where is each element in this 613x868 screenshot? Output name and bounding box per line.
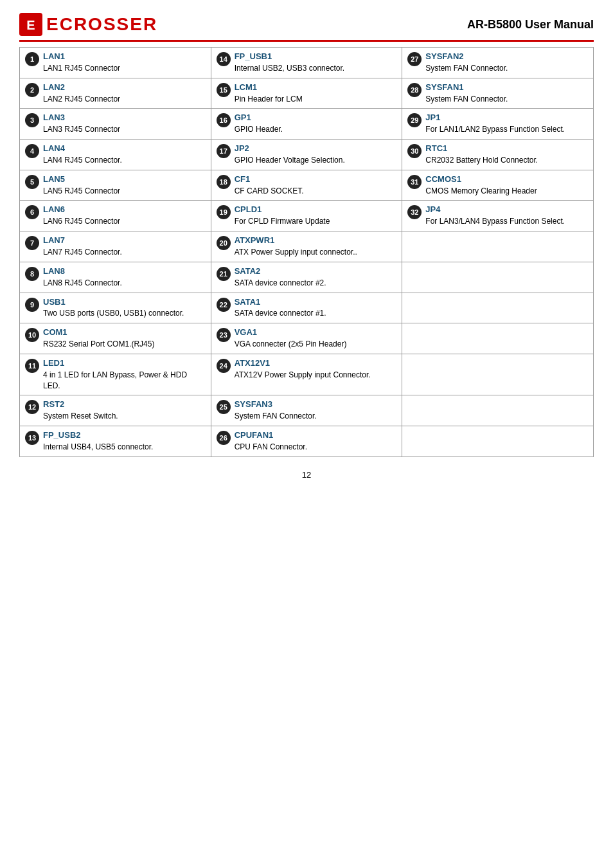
item-content: SYSFAN3 System FAN Connector. <box>235 399 397 422</box>
item-badge: 11 <box>25 359 39 373</box>
item-content: JP4 For LAN3/LAN4 Bypass Function Select… <box>425 204 588 227</box>
list-item: 12 RST2 System Reset Switch. <box>25 399 206 422</box>
table-cell: 26 CPUFAN1 CPU FAN Connector. <box>211 426 402 457</box>
table-cell: 19 CPLD1 For CPLD Firmware Update <box>211 201 402 231</box>
item-badge: 28 <box>407 83 422 97</box>
list-item: 32 JP4 For LAN3/LAN4 Bypass Function Sel… <box>407 204 588 227</box>
table-cell: 15 LCM1 Pin Header for LCM <box>211 78 402 109</box>
item-title: CF1 <box>235 174 397 185</box>
item-desc: LAN2 RJ45 Connector <box>43 94 206 105</box>
item-content: LAN1 LAN1 RJ45 Connector <box>43 51 206 74</box>
item-badge: 16 <box>217 113 231 127</box>
page-header: E ECROSSER AR-B5800 User Manual <box>19 13 594 42</box>
item-content: LAN6 LAN6 RJ45 Connector <box>43 204 206 227</box>
table-cell: 12 RST2 System Reset Switch. <box>20 395 211 426</box>
list-item: 24 ATX12V1 ATX12V Power Supply input Con… <box>217 358 397 381</box>
item-desc: Pin Header for LCM <box>235 94 397 105</box>
item-badge: 15 <box>217 83 231 97</box>
table-cell: 20 ATXPWR1 ATX Power Supply input connec… <box>211 231 402 262</box>
item-title: JP2 <box>235 143 397 154</box>
item-content: LCM1 Pin Header for LCM <box>235 82 397 105</box>
item-desc: System Reset Switch. <box>43 411 206 422</box>
table-cell: 4 LAN4 LAN4 RJ45 Connector. <box>20 140 211 170</box>
item-desc: ATX12V Power Supply input Connector. <box>235 370 397 381</box>
table-cell: 28 SYSFAN1 System FAN Connector. <box>402 78 594 109</box>
item-content: RST2 System Reset Switch. <box>43 399 206 422</box>
item-badge: 23 <box>217 328 231 342</box>
item-desc: LAN7 RJ45 Connector. <box>43 247 206 258</box>
table-cell <box>402 395 594 426</box>
item-title: CPLD1 <box>235 204 397 215</box>
svg-text:E: E <box>26 18 35 32</box>
list-item: 4 LAN4 LAN4 RJ45 Connector. <box>25 143 206 166</box>
item-title: CCMOS1 <box>425 174 588 185</box>
item-desc: CR2032 Battery Hold Connector. <box>425 155 588 166</box>
connector-table: 1 LAN1 LAN1 RJ45 Connector 14 FP_USB1 In… <box>19 47 594 457</box>
page-number: 12 <box>302 470 311 480</box>
list-item: 23 VGA1 VGA connecter (2x5 Pin Header) <box>217 327 397 350</box>
item-desc: Internal USB4, USB5 connector. <box>43 442 206 453</box>
item-title: ATX12V1 <box>235 358 397 369</box>
item-desc: System FAN Connector. <box>235 411 397 422</box>
item-content: RTC1 CR2032 Battery Hold Connector. <box>425 143 588 166</box>
item-badge: 6 <box>25 205 39 219</box>
item-title: LAN4 <box>43 143 206 154</box>
item-content: LAN4 LAN4 RJ45 Connector. <box>43 143 206 166</box>
logo: E ECROSSER <box>19 13 157 36</box>
item-badge: 24 <box>217 359 231 373</box>
item-content: LED1 4 in 1 LED for LAN Bypass, Power & … <box>43 358 206 391</box>
item-badge: 2 <box>25 83 39 97</box>
item-desc: For LAN1/LAN2 Bypass Function Select. <box>425 124 588 135</box>
list-item: 5 LAN5 LAN5 RJ45 Connector <box>25 174 206 197</box>
item-title: COM1 <box>43 327 206 338</box>
table-cell: 22 SATA1 SATA device connector #1. <box>211 293 402 323</box>
item-content: CF1 CF CARD SOCKET. <box>235 174 397 197</box>
item-title: SYSFAN1 <box>425 82 588 93</box>
list-item: 25 SYSFAN3 System FAN Connector. <box>217 399 397 422</box>
manual-title: AR-B5800 User Manual <box>467 18 594 32</box>
table-cell: 23 VGA1 VGA connecter (2x5 Pin Header) <box>211 323 402 354</box>
item-title: LAN6 <box>43 204 206 215</box>
item-title: LAN5 <box>43 174 206 185</box>
item-content: VGA1 VGA connecter (2x5 Pin Header) <box>235 327 397 350</box>
item-content: GP1 GPIO Header. <box>235 113 397 135</box>
item-title: LED1 <box>43 358 206 369</box>
item-title: RTC1 <box>425 143 588 154</box>
list-item: 29 JP1 For LAN1/LAN2 Bypass Function Sel… <box>407 113 588 135</box>
item-desc: LAN3 RJ45 Connector <box>43 124 206 135</box>
list-item: 15 LCM1 Pin Header for LCM <box>217 82 397 105</box>
list-item: 21 SATA2 SATA device connector #2. <box>217 266 397 289</box>
list-item: 16 GP1 GPIO Header. <box>217 113 397 135</box>
item-desc: System FAN Connector. <box>425 94 588 105</box>
item-title: FP_USB2 <box>43 430 206 441</box>
list-item: 26 CPUFAN1 CPU FAN Connector. <box>217 430 397 453</box>
item-content: JP1 For LAN1/LAN2 Bypass Function Select… <box>425 113 588 135</box>
item-content: USB1 Two USB ports (USB0, USB1) connecto… <box>43 297 206 320</box>
item-content: CCMOS1 CMOS Memory Clearing Header <box>425 174 588 197</box>
item-badge: 4 <box>25 144 39 158</box>
item-content: SYSFAN1 System FAN Connector. <box>425 82 588 105</box>
item-badge: 26 <box>217 431 231 445</box>
item-desc: RS232 Serial Port COM1.(RJ45) <box>43 339 206 350</box>
table-cell: 21 SATA2 SATA device connector #2. <box>211 262 402 293</box>
item-desc: LAN4 RJ45 Connector. <box>43 155 206 166</box>
item-title: JP1 <box>425 113 588 123</box>
item-title: SATA1 <box>235 297 397 308</box>
table-cell: 27 SYSFAN2 System FAN Connector. <box>402 48 594 78</box>
item-content: FP_USB1 Internal USB2, USB3 connector. <box>235 51 397 74</box>
table-cell: 11 LED1 4 in 1 LED for LAN Bypass, Power… <box>20 354 211 395</box>
item-desc: CPU FAN Connector. <box>235 442 397 453</box>
table-cell: 6 LAN6 LAN6 RJ45 Connector <box>20 201 211 231</box>
item-content: LAN8 LAN8 RJ45 Connector. <box>43 266 206 289</box>
item-title: FP_USB1 <box>235 51 397 62</box>
item-title: LAN7 <box>43 235 206 246</box>
item-desc: LAN8 RJ45 Connector. <box>43 278 206 289</box>
list-item: 19 CPLD1 For CPLD Firmware Update <box>217 204 397 227</box>
item-badge: 5 <box>25 175 39 189</box>
item-desc: LAN5 RJ45 Connector <box>43 186 206 197</box>
list-item: 30 RTC1 CR2032 Battery Hold Connector. <box>407 143 588 166</box>
item-content: LAN7 LAN7 RJ45 Connector. <box>43 235 206 258</box>
list-item: 1 LAN1 LAN1 RJ45 Connector <box>25 51 206 74</box>
item-badge: 1 <box>25 52 39 66</box>
item-desc: VGA connecter (2x5 Pin Header) <box>235 339 397 350</box>
